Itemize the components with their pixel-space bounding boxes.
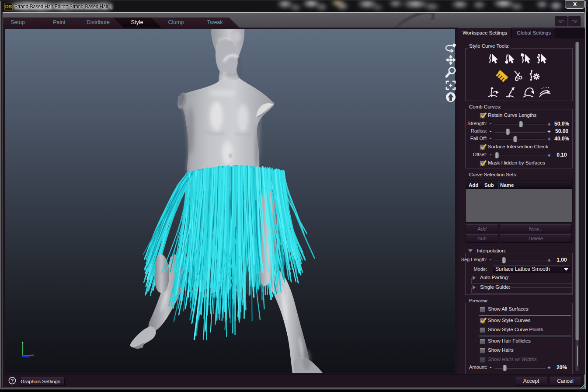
- svg-text:?: ?: [11, 378, 14, 383]
